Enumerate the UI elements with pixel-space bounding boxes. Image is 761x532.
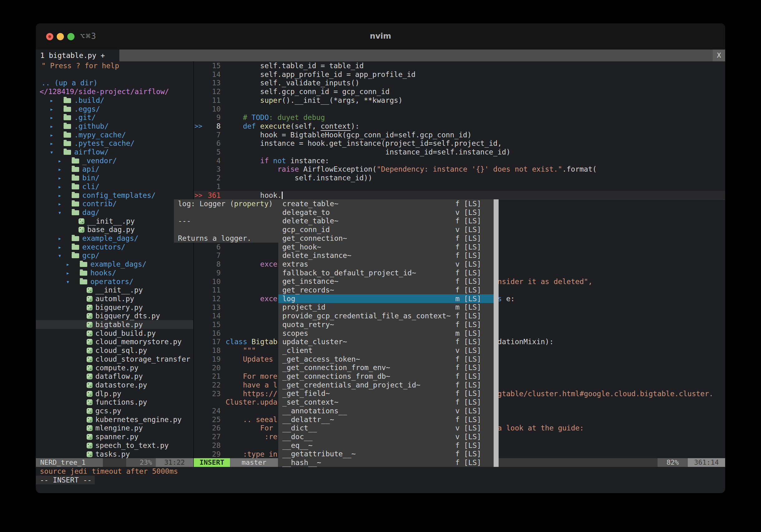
- tree-row[interactable]: automl.py: [36, 294, 193, 303]
- code-line[interactable]: 6instance = hook.get_instance(project_id…: [194, 139, 725, 148]
- chevron-down-icon[interactable]: ▾: [58, 251, 61, 260]
- completion-item[interactable]: get_records~f [LS]: [278, 286, 498, 294]
- close-tab-icon[interactable]: X: [713, 50, 725, 61]
- completion-item[interactable]: _set_context~f [LS]: [278, 398, 498, 406]
- tree-row[interactable]: bigtable.py: [36, 320, 193, 329]
- tree-row[interactable]: ▸cli/: [36, 182, 193, 191]
- chevron-right-icon[interactable]: ▸: [58, 174, 61, 182]
- chevron-right-icon[interactable]: ▸: [58, 156, 61, 165]
- code-line[interactable]: 14self.app_profile_id = app_profile_id: [194, 70, 725, 79]
- chevron-right-icon[interactable]: ▸: [66, 269, 70, 277]
- tree-row[interactable]: mlengine.py: [36, 424, 193, 432]
- tree-row[interactable]: kubernetes_engine.py: [36, 415, 193, 424]
- chevron-right-icon[interactable]: ▸: [50, 131, 53, 139]
- code-line[interactable]: 4if not instance:: [194, 156, 725, 165]
- completion-item[interactable]: update_cluster~f [LS]: [278, 337, 498, 346]
- code-line[interactable]: 1: [194, 182, 725, 191]
- completion-item[interactable]: __getattribute__~f [LS]: [278, 450, 498, 458]
- completion-item[interactable]: create_table~f [LS]: [278, 199, 498, 208]
- tab-bigtable[interactable]: 1 bigtable.py +: [36, 50, 119, 61]
- tree-row[interactable]: bigquery_dts.py: [36, 311, 193, 320]
- completion-item[interactable]: _get_connection_from_env~f [LS]: [278, 363, 498, 372]
- completion-item[interactable]: scopesm [LS]: [278, 329, 498, 338]
- completion-item[interactable]: _get_credentials_and_project_id~f [LS]: [278, 381, 498, 389]
- tree-row[interactable]: compute.py: [36, 363, 193, 372]
- tree-row[interactable]: .. (up a dir): [36, 79, 193, 87]
- completion-item[interactable]: delegate_tov [LS]: [278, 208, 498, 217]
- tree-root-path[interactable]: </128419/side-project/airflow/: [39, 87, 169, 96]
- completion-item[interactable]: logm [LS]: [278, 294, 498, 303]
- tree-row[interactable]: </128419/side-project/airflow/: [36, 87, 193, 96]
- completion-item[interactable]: __delattr__~f [LS]: [278, 415, 498, 424]
- tree-row[interactable]: ▸example_dags/: [36, 234, 193, 242]
- tree-row[interactable]: gcs.py: [36, 406, 193, 415]
- code-line[interactable]: 15self.table_id = table_id: [194, 61, 725, 70]
- code-line[interactable]: 5instance_id=self.instance_id): [194, 148, 725, 156]
- tree-row[interactable]: bigquery.py: [36, 303, 193, 312]
- tree-row[interactable]: ▸.github/: [36, 122, 193, 131]
- tree-row[interactable]: ▸.pytest_cache/: [36, 139, 193, 148]
- tree-row[interactable]: cloud_memorystore.py: [36, 337, 193, 346]
- chevron-right-icon[interactable]: ▸: [58, 165, 61, 174]
- titlebar[interactable]: ⌥⌘3 nvim: [36, 24, 725, 50]
- tree-row[interactable]: ▸.mypy_cache/: [36, 131, 193, 139]
- tree-row[interactable]: __init__.py: [36, 286, 193, 294]
- completion-item[interactable]: project_idm [LS]: [278, 303, 498, 311]
- completion-item[interactable]: provide_gcp_credential_file_as_context~f…: [278, 311, 498, 320]
- tree-row[interactable]: cloud_sql.py: [36, 346, 193, 355]
- code-line[interactable]: 7hook = BigtableHook(gcp_conn_id=self.gc…: [194, 131, 725, 139]
- completion-item[interactable]: gcp_conn_idv [LS]: [278, 225, 498, 234]
- completion-item[interactable]: extrasv [LS]: [278, 260, 498, 269]
- code-line[interactable]: 10: [194, 105, 725, 113]
- completion-item[interactable]: _get_access_token~f [LS]: [278, 355, 498, 363]
- tree-row[interactable]: " Press ? for help: [36, 61, 193, 70]
- chevron-down-icon[interactable]: ▾: [50, 148, 53, 156]
- tree-row[interactable]: tasks.py: [36, 450, 193, 458]
- code-line[interactable]: >>8def execute(self, context):: [194, 122, 725, 131]
- tree-row[interactable]: ▾operators/: [36, 277, 193, 286]
- tree-row[interactable]: ▸.git/: [36, 113, 193, 122]
- tree-row[interactable]: cloud_storage_transfer: [36, 355, 193, 363]
- chevron-right-icon[interactable]: ▸: [50, 96, 53, 105]
- code-line[interactable]: 2self.instance_id)): [194, 174, 725, 182]
- chevron-right-icon[interactable]: ▸: [58, 199, 61, 208]
- tree-row[interactable]: speech_to_text.py: [36, 441, 193, 450]
- chevron-right-icon[interactable]: ▸: [50, 113, 53, 122]
- chevron-right-icon[interactable]: ▸: [50, 122, 53, 131]
- completion-item[interactable]: __annotations__v [LS]: [278, 406, 498, 415]
- tree-row[interactable]: cloud_build.py: [36, 329, 193, 338]
- chevron-right-icon[interactable]: ▸: [58, 234, 61, 242]
- completion-item[interactable]: quota_retry~f [LS]: [278, 320, 498, 329]
- tree-row[interactable]: ▸bin/: [36, 174, 193, 182]
- chevron-right-icon[interactable]: ▸: [58, 242, 61, 251]
- chevron-right-icon[interactable]: ▸: [66, 260, 70, 269]
- code-line[interactable]: 11super().__init__(*args, **kwargs): [194, 96, 725, 105]
- code-line[interactable]: 9# TODO: duyet debug: [194, 113, 725, 122]
- tree-row[interactable]: ▸example_dags/: [36, 260, 193, 269]
- completion-item[interactable]: __doc__v [LS]: [278, 432, 498, 441]
- chevron-right-icon[interactable]: ▸: [50, 105, 53, 113]
- code-line[interactable]: >>361hook.: [194, 191, 725, 200]
- tree-row[interactable]: ▾gcp/: [36, 251, 193, 260]
- tree-row[interactable]: base_dag.py: [36, 225, 193, 234]
- chevron-right-icon[interactable]: ▸: [58, 191, 61, 200]
- tree-row[interactable]: dlp.py: [36, 389, 193, 398]
- tree-row[interactable]: [36, 70, 193, 79]
- code-line[interactable]: 13self._validate_inputs(): [194, 79, 725, 87]
- tree-row[interactable]: ▸_vendor/: [36, 156, 193, 165]
- completion-item[interactable]: _clientv [LS]: [278, 346, 498, 355]
- completion-item[interactable]: __eq__~f [LS]: [278, 441, 498, 450]
- chevron-down-icon[interactable]: ▾: [66, 277, 70, 286]
- tree-row[interactable]: ▸contrib/: [36, 199, 193, 208]
- tree-row[interactable]: __init__.py: [36, 217, 193, 226]
- completion-item[interactable]: _get_field~f [LS]: [278, 389, 498, 398]
- tree-row[interactable]: spanner.py: [36, 432, 193, 441]
- tree-up-dir[interactable]: .. (up a dir): [41, 79, 97, 87]
- tree-row[interactable]: ▾airflow/: [36, 148, 193, 156]
- chevron-right-icon[interactable]: ▸: [58, 182, 61, 191]
- completion-item[interactable]: _get_connections_from_db~f [LS]: [278, 372, 498, 381]
- completion-item[interactable]: delete_table~f [LS]: [278, 216, 498, 225]
- tree-row[interactable]: ▸config_templates/: [36, 191, 193, 200]
- tree-row[interactable]: ▸hooks/: [36, 269, 193, 277]
- completion-item[interactable]: delete_instance~f [LS]: [278, 251, 498, 260]
